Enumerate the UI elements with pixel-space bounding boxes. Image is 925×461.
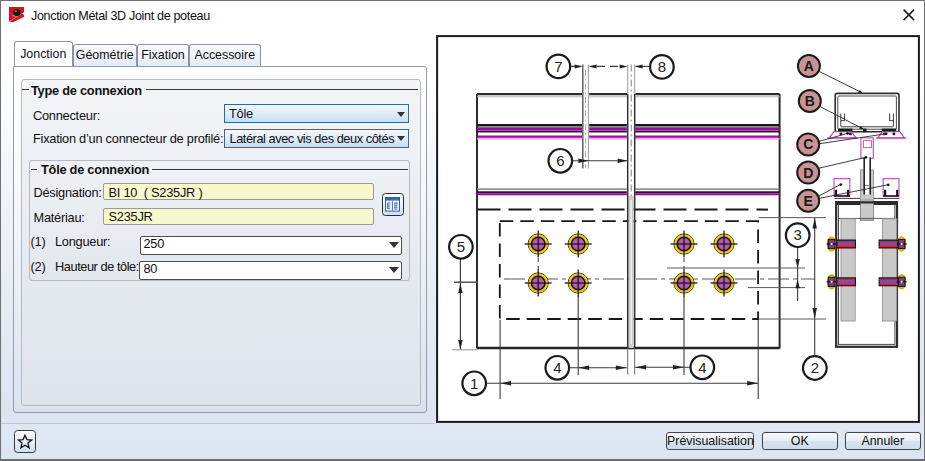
svg-text:C: C (803, 136, 813, 152)
svg-text:4: 4 (553, 359, 561, 376)
svg-text:3: 3 (794, 226, 802, 243)
svg-text:7: 7 (554, 58, 562, 75)
svg-text:B: B (805, 93, 815, 109)
svg-text:4: 4 (698, 359, 706, 376)
svg-text:6: 6 (556, 152, 564, 169)
svg-text:8: 8 (658, 58, 666, 75)
svg-text:5: 5 (457, 238, 465, 255)
svg-text:E: E (804, 193, 813, 209)
svg-text:1: 1 (470, 375, 478, 392)
svg-text:2: 2 (811, 359, 819, 376)
svg-text:A: A (804, 58, 814, 74)
svg-text:D: D (803, 165, 813, 181)
